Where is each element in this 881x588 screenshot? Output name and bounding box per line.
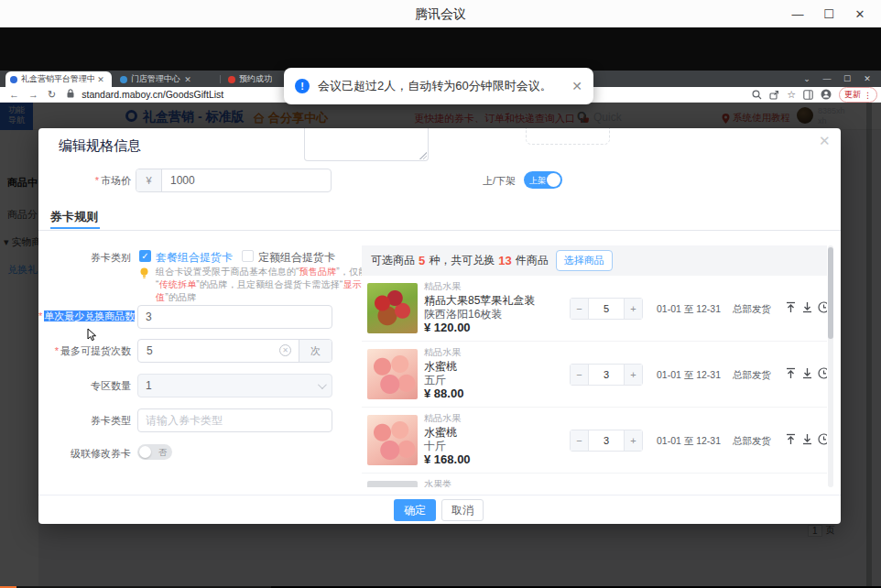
browser-close-button[interactable]: ✕ <box>857 74 877 83</box>
move-to-bottom-icon[interactable] <box>801 301 813 313</box>
shelf-toggle-state: 上架 <box>529 175 546 187</box>
profile-icon[interactable] <box>821 87 832 103</box>
zone-count-value: 1 <box>146 379 152 392</box>
min-exchange-input[interactable] <box>137 305 332 329</box>
minus-button[interactable]: − <box>571 430 589 451</box>
max-pickup-value[interactable]: 5 <box>147 344 153 357</box>
product-image <box>367 283 418 333</box>
browser-maximize-button[interactable]: ☐ <box>837 74 857 83</box>
cancel-button[interactable]: 取消 <box>441 499 484 521</box>
modal-footer: 确定 取消 <box>38 495 841 524</box>
max-pickup-input[interactable]: 5 ✕ 次 <box>137 339 332 363</box>
clock-icon[interactable] <box>818 301 827 313</box>
move-to-top-icon[interactable] <box>785 301 797 313</box>
zone-count-label: 专区数量 <box>38 379 131 393</box>
move-to-bottom-icon[interactable] <box>801 433 813 445</box>
share-icon[interactable] <box>769 87 779 103</box>
confirm-button[interactable]: 确定 <box>394 499 436 521</box>
tab-divider <box>38 230 841 231</box>
move-to-top-icon[interactable] <box>785 433 797 445</box>
tab-favicon <box>228 76 235 83</box>
side-panel-icon[interactable] <box>803 87 813 103</box>
back-icon[interactable]: ← <box>9 90 19 100</box>
url-text[interactable]: standard.maboy.cn/GoodsGiftList <box>82 89 223 100</box>
fixed-card-label[interactable]: 定额组合提货卡 <box>258 250 335 266</box>
market-price-input[interactable]: ¥ 1000 <box>136 169 332 192</box>
bulb-icon <box>139 267 149 283</box>
edit-spec-modal: 编辑规格信息 ✕ *市场价 ¥ 1000 上/下架 上架 券卡规则 <box>38 128 841 524</box>
close-button[interactable]: ✕ <box>844 0 876 27</box>
minimize-button[interactable]: — <box>782 0 813 27</box>
tab-card-rules[interactable]: 券卡规则 <box>50 209 98 225</box>
tab-separator <box>220 75 221 83</box>
product-image <box>367 481 418 487</box>
kinds-count: 5 <box>419 254 425 267</box>
cascade-modify-label: 级联修改券卡 <box>38 447 131 461</box>
zone-count-select[interactable]: 1 <box>137 374 332 397</box>
shelf-toggle[interactable]: 上架 <box>524 171 562 189</box>
valid-date-range: 01-01 至 12-31 <box>657 369 721 382</box>
resize-handle[interactable] <box>419 152 427 159</box>
items-count: 13 <box>498 254 511 267</box>
move-to-top-icon[interactable] <box>785 367 797 379</box>
valid-date-range: 01-01 至 12-31 <box>657 303 721 316</box>
plus-button[interactable]: + <box>624 299 642 319</box>
select-goods-button[interactable]: 选择商品 <box>556 250 613 271</box>
quantity-stepper[interactable]: − 3 + <box>570 430 643 452</box>
meeting-window: 腾讯会议 — ☐ ✕ 礼盒营销平台管理中心 ✕ 门店管理中心 ✕ 预约成功 <box>0 0 881 588</box>
product-list-scrollbar[interactable] <box>828 245 833 487</box>
product-row: 水果类 <box>362 474 827 487</box>
product-price: ¥ 168.00 <box>424 452 471 466</box>
meeting-title: 腾讯会议 <box>0 6 881 23</box>
cascade-modify-toggle[interactable]: 否 <box>137 444 172 460</box>
upload-fragment[interactable] <box>526 128 610 145</box>
tab-close-icon[interactable]: ✕ <box>180 75 195 84</box>
ship-source: 总部发货 <box>733 435 771 448</box>
description-textarea-fragment[interactable] <box>304 128 429 161</box>
plus-button[interactable]: + <box>624 430 642 451</box>
quantity-value[interactable]: 3 <box>589 430 624 451</box>
menu-dots-icon[interactable]: ⋮ <box>864 91 872 100</box>
tab-gift-admin[interactable]: 礼盒营销平台管理中心 ✕ <box>5 71 112 87</box>
quantity-value[interactable]: 3 <box>589 365 624 385</box>
plus-button[interactable]: + <box>624 365 642 385</box>
product-brand: 精品水果 <box>424 412 461 425</box>
clock-icon[interactable] <box>818 433 827 445</box>
card-type-label: 券卡类别 <box>38 251 131 265</box>
quantity-stepper[interactable]: − 3 + <box>570 364 643 386</box>
checkbox-combo-card[interactable]: ✓ <box>139 250 151 262</box>
clear-icon[interactable]: ✕ <box>279 344 291 356</box>
quantity-value[interactable]: 5 <box>589 299 624 319</box>
checkbox-fixed-card[interactable] <box>242 250 254 262</box>
mouse-cursor <box>87 328 97 345</box>
move-to-bottom-icon[interactable] <box>801 367 813 379</box>
product-row: 精品水果 水蜜桃 五斤 ¥ 88.00 − 3 + 01-01 至 12-31 … <box>362 342 827 408</box>
maximize-button[interactable]: ☐ <box>813 0 844 27</box>
chevron-down-icon[interactable]: ⌄ <box>797 74 817 83</box>
bookmark-star-icon[interactable]: ☆ <box>787 89 796 101</box>
forward-icon[interactable]: → <box>28 90 38 100</box>
max-pickup-label: *最多可提货次数 <box>38 344 131 358</box>
browser-minimize-button[interactable]: — <box>817 74 837 83</box>
product-image <box>367 349 418 399</box>
card-kind-input[interactable] <box>137 408 332 432</box>
combo-card-label[interactable]: 套餐组合提货卡 <box>156 250 233 266</box>
browser-window-controls: ⌄ — ☐ ✕ <box>797 71 877 87</box>
product-price: ¥ 88.00 <box>424 387 463 400</box>
update-button[interactable]: 更新 ⋮ <box>839 87 877 103</box>
tab-active-underline <box>50 227 100 229</box>
tab-store-admin[interactable]: 门店管理中心 ✕ <box>115 71 218 87</box>
market-price-value[interactable]: 1000 <box>162 169 331 191</box>
zoom-icon[interactable] <box>752 87 762 103</box>
tab-label: 预约成功 <box>239 73 272 85</box>
minus-button[interactable]: − <box>571 299 589 319</box>
toast-close-icon[interactable]: ✕ <box>571 79 582 93</box>
valid-date-range: 01-01 至 12-31 <box>657 435 721 448</box>
quantity-stepper[interactable]: − 5 + <box>570 298 643 320</box>
minus-button[interactable]: − <box>571 365 589 385</box>
modal-close-icon[interactable]: ✕ <box>819 133 831 149</box>
reload-icon[interactable]: ↻ <box>48 90 56 100</box>
selected-text: 单次最少兑换商品数 <box>44 310 135 321</box>
clock-icon[interactable] <box>818 367 827 379</box>
tab-close-icon[interactable]: ✕ <box>94 75 107 84</box>
